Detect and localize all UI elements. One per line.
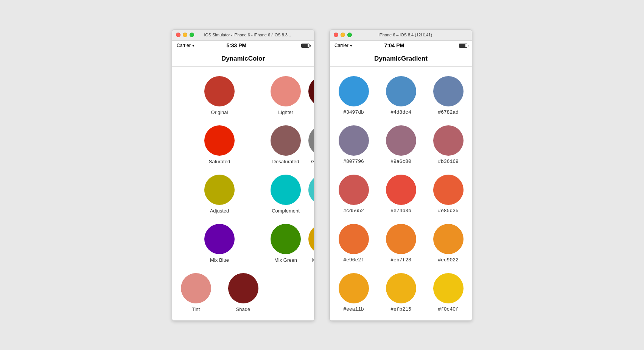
color-circle xyxy=(271,125,301,156)
right-status-right xyxy=(459,44,467,48)
color-label: Tint xyxy=(192,306,200,312)
left-nav-title: DynamicColor xyxy=(221,55,265,62)
gradient-item: #e74b3b xyxy=(377,169,425,218)
gradient-label: #ec9022 xyxy=(438,257,459,263)
left-content: Original Lighter Darker Saturated Desatu… xyxy=(172,67,314,320)
left-status-right xyxy=(301,44,310,48)
gradient-circle xyxy=(339,76,369,106)
left-status-bar: Carrier ▾ 5:33 PM xyxy=(172,41,314,51)
right-simulator: iPhone 6 – iOS 8.4 (12H141) Carrier ▾ 7:… xyxy=(330,30,472,321)
color-item: Grayscaled xyxy=(305,120,314,169)
color-item: Shade xyxy=(219,267,267,317)
left-time: 5:33 PM xyxy=(172,42,301,48)
color-item: Invert xyxy=(305,169,314,218)
color-item: Darker xyxy=(305,70,314,120)
right-time: 7:04 PM xyxy=(330,42,459,48)
gradient-label: #e85d35 xyxy=(438,208,459,214)
gradient-item: #cd5652 xyxy=(330,169,377,218)
gradient-item: #eea11b xyxy=(330,267,377,317)
right-title-bar: iPhone 6 – iOS 8.4 (12H141) xyxy=(330,30,472,41)
color-item: Lighter xyxy=(267,70,305,120)
gradient-item: #f0c40f xyxy=(425,267,472,317)
right-window-title: iPhone 6 – iOS 8.4 (12H141) xyxy=(343,33,468,37)
color-label: Mix Green xyxy=(274,257,297,263)
color-label: Grayscaled xyxy=(311,159,314,164)
color-item: Mix Yellow xyxy=(305,218,314,267)
gradient-item: #4d8dc4 xyxy=(377,70,425,120)
color-label: Complement xyxy=(272,208,300,214)
gradient-item: #b36169 xyxy=(425,120,472,169)
right-content: #3497db #4d8dc4 #6782ad #807796 #9a6c80 … xyxy=(330,67,472,320)
color-label: Lighter xyxy=(278,109,293,115)
gradient-item: #efb215 xyxy=(377,267,425,317)
gradient-label: #e74b3b xyxy=(390,208,411,214)
color-circle xyxy=(204,175,235,205)
gradient-circle xyxy=(433,76,464,106)
gradient-label: #e96e2f xyxy=(343,257,364,263)
gradient-circle xyxy=(339,125,369,156)
color-item: Desaturated xyxy=(267,120,305,169)
gradient-circle xyxy=(433,175,464,205)
color-label: Saturated xyxy=(209,159,230,164)
color-item: Complement xyxy=(267,169,305,218)
left-title-bar: iOS Simulator - iPhone 6 - iPhone 6 / iO… xyxy=(172,30,314,41)
gradient-item: #eb7f28 xyxy=(377,218,425,267)
gradient-label: #9a6c80 xyxy=(390,159,411,164)
gradient-item: #ec9022 xyxy=(425,218,472,267)
color-circle xyxy=(204,76,235,106)
right-nav-title: DynamicGradient xyxy=(374,55,428,62)
right-battery-fill xyxy=(459,44,465,47)
color-item: Tint xyxy=(172,267,219,317)
gradient-circle xyxy=(386,175,416,205)
gradient-label: #f0c40f xyxy=(438,306,459,312)
left-phone-frame: Carrier ▾ 5:33 PM DynamicColor Original … xyxy=(172,41,314,320)
battery-icon xyxy=(301,44,310,48)
color-label: Adjusted xyxy=(210,208,229,214)
gradient-circle xyxy=(386,125,416,156)
gradient-circle xyxy=(433,273,464,303)
gradient-item: #e96e2f xyxy=(330,218,377,267)
color-circle xyxy=(308,175,314,205)
color-circle xyxy=(228,273,258,303)
color-label: Mix Blue xyxy=(210,257,229,263)
color-circle xyxy=(308,76,314,106)
gradient-circle xyxy=(433,224,464,254)
right-battery-icon xyxy=(459,44,467,48)
gradient-label: #3497db xyxy=(343,109,364,115)
gradient-label: #4d8dc4 xyxy=(390,109,411,115)
gradient-circle xyxy=(386,224,416,254)
gradient-circle xyxy=(386,273,416,303)
color-label: Original xyxy=(211,109,228,115)
gradient-circle xyxy=(339,224,369,254)
gradient-item: #9a6c80 xyxy=(377,120,425,169)
color-item: Mix Green xyxy=(267,218,305,267)
gradient-item: #807796 xyxy=(330,120,377,169)
color-circle xyxy=(308,125,314,156)
right-status-bar: Carrier ▾ 7:04 PM xyxy=(330,41,472,51)
color-grid: Original Lighter Darker Saturated Desatu… xyxy=(172,70,314,317)
left-window-title: iOS Simulator - iPhone 6 - iPhone 6 / iO… xyxy=(185,33,310,37)
color-label: Desaturated xyxy=(272,159,299,164)
gradient-label: #eb7f28 xyxy=(390,257,411,263)
color-circle xyxy=(204,224,235,254)
left-nav-bar: DynamicColor xyxy=(172,51,314,67)
color-circle xyxy=(271,224,301,254)
gradient-circle xyxy=(339,175,369,205)
gradient-label: #b36169 xyxy=(438,159,459,164)
gradient-grid: #3497db #4d8dc4 #6782ad #807796 #9a6c80 … xyxy=(330,70,472,317)
gradient-label: #eea11b xyxy=(343,306,364,312)
color-circle xyxy=(181,273,211,303)
color-item: Original xyxy=(172,70,267,120)
color-circle xyxy=(308,224,314,254)
gradient-label: #6782ad xyxy=(438,109,459,115)
battery-fill xyxy=(302,44,308,47)
right-close-dot[interactable] xyxy=(334,33,338,37)
gradient-circle xyxy=(339,273,369,303)
close-dot[interactable] xyxy=(176,33,180,37)
color-circle xyxy=(204,125,235,156)
color-item: Mix Blue xyxy=(172,218,267,267)
color-item: Adjusted xyxy=(172,169,267,218)
gradient-label: #cd5652 xyxy=(343,208,364,214)
color-circle xyxy=(271,175,301,205)
gradient-label: #efb215 xyxy=(390,306,411,312)
